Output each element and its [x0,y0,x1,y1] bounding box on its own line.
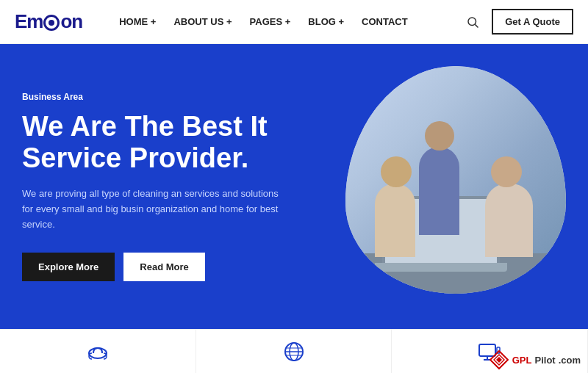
logo-circle-icon [43,15,60,31]
logo-text-start: Em [15,10,43,32]
hero-title-line1: We Are The Best It [22,111,268,142]
hero-title: We Are The Best It Service Provider. [22,111,279,175]
nav-pages[interactable]: PAGES + [243,0,298,44]
read-more-button[interactable]: Read More [123,253,204,281]
watermark-gpl-text: GPL [512,355,532,366]
strip-card-1[interactable] [0,330,196,373]
hero-section: Business Area We Are The Best It Service… [0,44,588,329]
bottom-strip: GPLPilot.com [0,329,588,373]
get-quote-button[interactable]: Get A Quote [492,9,573,35]
strip-card-2[interactable] [196,330,392,373]
gplpilot-logo-icon [489,350,509,370]
nav-blog[interactable]: BLOG + [301,0,351,44]
hero-title-line2: Service Provider. [22,142,248,173]
globe-icon [282,340,306,363]
hero-image-placeholder [345,66,566,294]
svg-line-1 [476,24,478,27]
cloud-icon [86,340,110,363]
hero-description: We are proving all type of cleaning an s… [22,186,279,232]
nav-links: HOME + ABOUT US + PAGES + BLOG + CONTACT [112,0,455,44]
hero-content: Business Area We Are The Best It Service… [0,92,301,282]
hero-image [345,66,566,294]
nav-home[interactable]: HOME + [112,0,163,44]
hero-subtitle: Business Area [22,92,279,102]
svg-point-0 [468,18,476,26]
search-icon[interactable] [459,9,486,35]
logo[interactable]: Emon [15,10,82,33]
navbar: Emon HOME + ABOUT US + PAGES + BLOG + CO… [0,0,588,44]
logo-text-end: on [60,10,82,32]
explore-more-button[interactable]: Explore More [22,253,115,281]
watermark: GPLPilot.com [489,350,581,370]
watermark-pilot-text: Pilot [534,355,555,366]
watermark-com-text: .com [559,355,581,366]
nav-about[interactable]: ABOUT US + [166,0,239,44]
nav-contact[interactable]: CONTACT [354,0,415,44]
hero-buttons: Explore More Read More [22,253,279,281]
